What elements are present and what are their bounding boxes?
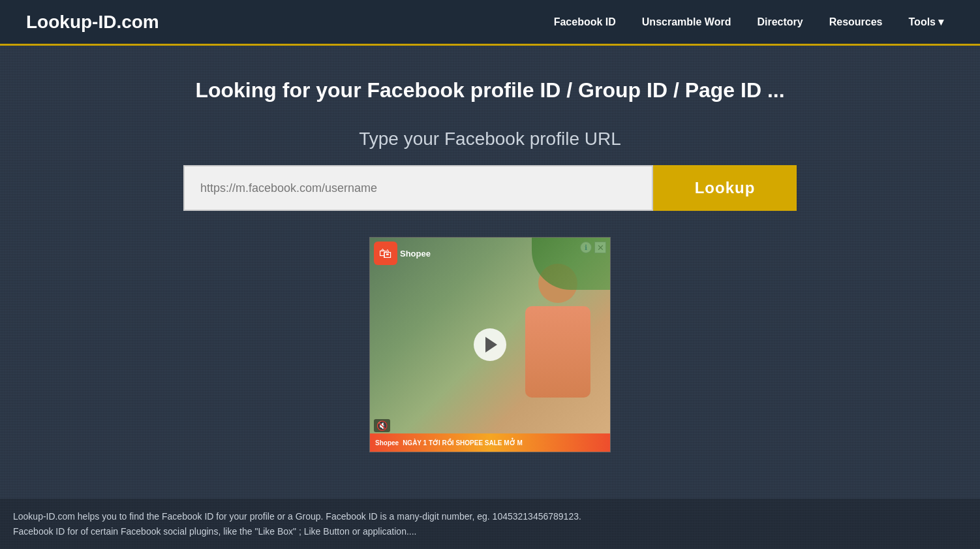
ad-bottom-banner: Shopee NGÀY 1 TỚI RỒI SHOPEE SALE MỞ M [370, 433, 610, 452]
shopee-text: Shopee [400, 249, 431, 259]
site-header: Lookup-ID.com Facebook ID Unscramble Wor… [0, 0, 980, 46]
nav-directory[interactable]: Directory [746, 11, 813, 33]
ad-container: 🛍 Shopee ℹ ✕ 🔇 [369, 237, 611, 452]
nav-unscramble[interactable]: Unscramble Word [632, 11, 742, 33]
page-footer: Lookup-ID.com helps you to find the Face… [0, 499, 980, 549]
shopee-icon: 🛍 [374, 242, 397, 265]
play-triangle-icon [485, 337, 497, 353]
url-prompt: Type your Facebook profile URL [359, 129, 621, 149]
nav-facebook-id[interactable]: Facebook ID [544, 11, 626, 33]
site-logo[interactable]: Lookup-ID.com [26, 12, 159, 33]
footer-text-2: Facebook ID for of certain Facebook soci… [13, 524, 731, 539]
ad-banner-shopee-label: Shopee [375, 439, 399, 447]
nav-resources[interactable]: Resources [819, 11, 893, 33]
ad-shopee-logo: 🛍 Shopee [374, 242, 431, 265]
search-row: Lookup [183, 165, 797, 211]
mute-icon: 🔇 [376, 420, 388, 431]
url-input[interactable] [183, 165, 653, 211]
lookup-button[interactable]: Lookup [653, 165, 797, 211]
ad-mute-button[interactable]: 🔇 [374, 419, 390, 432]
ad-play-button[interactable] [474, 328, 506, 361]
ad-figure-body [525, 306, 590, 398]
chevron-down-icon: ▾ [938, 16, 943, 28]
ad-banner-promo: NGÀY 1 TỚI RỒI SHOPEE SALE MỞ M [403, 439, 523, 447]
footer-text-1: Lookup-ID.com helps you to find the Face… [13, 509, 731, 524]
main-nav: Facebook ID Unscramble Word Directory Re… [544, 10, 954, 33]
nav-tools-dropdown[interactable]: Tools ▾ [898, 10, 954, 33]
ad-inner: 🛍 Shopee ℹ ✕ 🔇 [370, 238, 610, 452]
tools-label: Tools [909, 16, 936, 28]
page-title: Looking for your Facebook profile ID / G… [195, 78, 784, 102]
main-content: Looking for your Facebook profile ID / G… [0, 46, 980, 472]
